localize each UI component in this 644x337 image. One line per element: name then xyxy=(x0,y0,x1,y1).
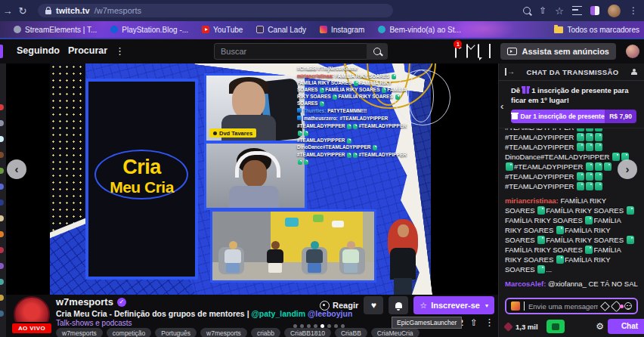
subscribe-button[interactable]: ☆ Inscrever-se ▾ xyxy=(413,296,494,314)
dino-dance-emote[interactable] xyxy=(612,153,620,161)
bookmark-item[interactable]: Instagram xyxy=(320,26,364,34)
media-controls-icon[interactable] xyxy=(572,6,582,15)
dino-dance-emote[interactable] xyxy=(586,162,593,171)
tag-pill[interactable]: competição xyxy=(107,328,151,337)
search-button[interactable] xyxy=(367,43,388,60)
dino-dance-emote[interactable] xyxy=(595,133,602,141)
dino-dance-emote[interactable] xyxy=(537,236,545,244)
dino-dance-emote[interactable] xyxy=(556,226,564,234)
bookmark-item[interactable]: Canal Lady xyxy=(256,26,306,34)
followed-channel-avatar[interactable] xyxy=(0,152,4,158)
dino-dance-emote[interactable] xyxy=(347,138,351,144)
chat-badge-icon[interactable] xyxy=(511,301,520,311)
followed-channel-avatar[interactable] xyxy=(0,231,4,237)
tag-pill[interactable]: w7mesports xyxy=(56,328,103,337)
dino-dance-emote[interactable] xyxy=(595,162,602,171)
next-channel-arrow[interactable]: › xyxy=(618,159,637,179)
address-bar[interactable]: twitch.tv/w7mesports xyxy=(38,4,393,17)
bookmarks-folder[interactable]: Todos os marcadores xyxy=(554,26,639,34)
more-menu-icon[interactable]: ⋮ xyxy=(115,45,125,57)
dino-dance-emote[interactable] xyxy=(595,172,602,181)
watch-without-ads-button[interactable]: Assista sem anúncios xyxy=(500,43,616,60)
carousel-dot[interactable] xyxy=(341,324,345,328)
carousel-dot[interactable] xyxy=(300,324,304,328)
dino-dance-emote[interactable] xyxy=(595,128,602,131)
followed-channel-avatar[interactable] xyxy=(0,311,4,317)
chat-message-input[interactable]: Envie uma mensagem xyxy=(505,298,638,314)
followed-channel-avatar[interactable] xyxy=(0,263,4,269)
tag-pill[interactable]: CriaBB xyxy=(335,328,367,337)
followed-channel-avatar[interactable] xyxy=(0,295,4,301)
bookmark-item[interactable]: Bem-vindo(a) ao St... xyxy=(378,26,460,34)
carousel-dots[interactable] xyxy=(293,324,345,328)
dino-dance-emote[interactable] xyxy=(627,236,634,244)
followed-channel-avatar[interactable] xyxy=(0,184,4,190)
dino-dance-emote[interactable] xyxy=(586,182,593,190)
browser-profile-avatar[interactable] xyxy=(608,5,621,17)
carousel-dot[interactable] xyxy=(293,324,297,328)
whispers-icon[interactable] xyxy=(478,45,479,58)
banner-chevron-icon[interactable]: ‹ xyxy=(500,100,503,112)
chat-username[interactable]: MarcosAlef: xyxy=(505,280,548,288)
dino-dance-emote[interactable] xyxy=(392,74,396,79)
tag-pill[interactable]: CriaBB1810 xyxy=(284,328,331,337)
tag-pill[interactable]: CriaMeuCria xyxy=(371,328,420,337)
gift-sub-button[interactable]: Dar 1 inscrição de presente R$ 7,90 xyxy=(511,110,636,123)
followed-channel-avatar[interactable] xyxy=(0,104,4,110)
dino-dance-emote[interactable] xyxy=(595,182,602,190)
combo-emote-button[interactable] xyxy=(546,320,565,333)
bookmark-item[interactable]: StreamElements | T... xyxy=(14,26,97,34)
bookmark-item[interactable]: PlayStation.Blog -... xyxy=(110,26,188,34)
activity-icon[interactable]: 1 xyxy=(455,45,457,58)
carousel-dot[interactable] xyxy=(327,324,331,328)
reload-icon[interactable]: ↻ xyxy=(15,5,30,17)
stream-menu-icon[interactable]: ⋮ xyxy=(485,317,494,328)
carousel-dot[interactable] xyxy=(334,324,338,328)
dino-dance-emote[interactable] xyxy=(354,81,358,86)
dino-dance-emote[interactable] xyxy=(586,172,593,181)
dino-dance-emote[interactable] xyxy=(586,128,593,131)
followed-channel-avatar[interactable] xyxy=(0,247,4,253)
dino-dance-emote[interactable] xyxy=(353,124,358,129)
dino-dance-emote[interactable] xyxy=(537,206,545,215)
dino-dance-emote[interactable] xyxy=(347,124,351,129)
user-avatar[interactable] xyxy=(626,45,639,58)
chat-username[interactable]: miriancristinaa: xyxy=(505,196,560,205)
followed-channel-avatar[interactable] xyxy=(0,120,4,126)
dino-dance-emote[interactable] xyxy=(333,94,337,100)
community-icon[interactable] xyxy=(630,69,638,76)
mention-link[interactable]: @paty_landim xyxy=(252,309,306,318)
channel-points-icon[interactable] xyxy=(503,322,513,332)
dino-dance-emote[interactable] xyxy=(586,143,593,151)
bits-icon[interactable] xyxy=(600,301,610,311)
dino-dance-emote[interactable] xyxy=(347,153,351,158)
followed-channel-avatar[interactable] xyxy=(0,279,4,285)
dino-dance-emote[interactable] xyxy=(320,101,324,107)
notifications-button[interactable] xyxy=(389,296,408,314)
forward-icon[interactable]: → xyxy=(0,5,15,17)
tag-pill[interactable]: Português xyxy=(155,328,197,337)
dino-dance-emote[interactable] xyxy=(304,131,308,136)
follow-button[interactable]: ♥ xyxy=(364,296,383,314)
collapse-chat-icon[interactable]: → xyxy=(505,68,515,76)
dino-dance-emote[interactable] xyxy=(556,255,564,264)
dino-dance-emote[interactable] xyxy=(627,206,634,215)
chat-settings-icon[interactable]: ⚙ xyxy=(596,321,604,332)
emotes-icon[interactable] xyxy=(624,302,632,310)
dino-dance-emote[interactable] xyxy=(577,172,584,181)
category-link[interactable]: Talk-shows e podcasts xyxy=(56,319,132,327)
nav-following[interactable]: Seguindo xyxy=(17,45,60,56)
dino-dance-emote[interactable] xyxy=(298,131,302,136)
dino-dance-emote[interactable] xyxy=(373,145,377,150)
previous-channel-arrow[interactable]: ‹ xyxy=(7,159,26,179)
react-button[interactable]: Reagir xyxy=(320,301,358,311)
followed-channel-avatar[interactable] xyxy=(0,136,4,142)
twitch-logo[interactable] xyxy=(0,45,3,58)
dino-dance-emote[interactable] xyxy=(577,182,584,190)
dino-dance-emote[interactable] xyxy=(585,216,593,224)
dino-dance-emote[interactable] xyxy=(537,265,545,274)
dino-dance-emote[interactable] xyxy=(577,128,584,131)
dino-dance-emote[interactable] xyxy=(382,88,386,93)
search-input[interactable]: Buscar xyxy=(214,43,367,60)
channel-name[interactable]: w7mesports xyxy=(56,296,113,308)
